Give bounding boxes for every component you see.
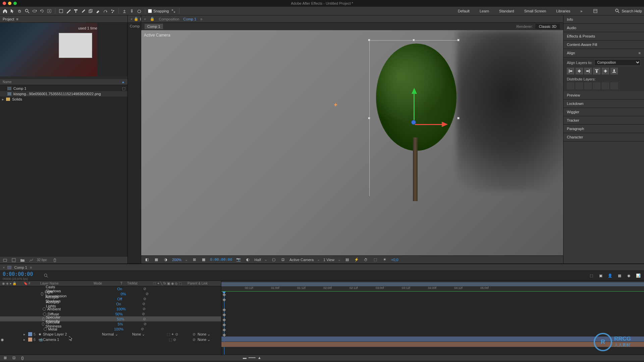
project-search-row[interactable]	[0, 76, 127, 79]
roi-icon[interactable]: ▢	[271, 257, 277, 263]
layer-parent[interactable]: None ⌄	[198, 332, 221, 337]
property-row[interactable]: Light Transmission 0% ⊘	[0, 291, 221, 296]
stopwatch-icon[interactable]	[42, 322, 44, 326]
layer-color-swatch[interactable]	[28, 338, 32, 342]
breadcrumb-chip[interactable]: Comp 1	[145, 24, 163, 29]
property-row[interactable]: Casts Shadows On ⊘	[0, 286, 221, 291]
tracker-panel-tab[interactable]: Tracker	[564, 116, 644, 125]
exposure-value[interactable]: +0,0	[391, 258, 398, 262]
twirl-icon[interactable]: ▸	[23, 332, 27, 337]
lock-icon[interactable]: 🔒	[150, 17, 155, 21]
distribute-button[interactable]	[602, 82, 609, 89]
toggle-modes-icon[interactable]: ⊡	[11, 355, 17, 361]
layer-color-swatch[interactable]	[28, 332, 32, 336]
align-hcenter-button[interactable]	[576, 68, 583, 74]
distribute-button[interactable]	[584, 82, 592, 89]
workspace-learn[interactable]: Learn	[480, 9, 489, 13]
wiggler-panel-tab[interactable]: Wiggler	[564, 108, 644, 116]
resize-handle-tr[interactable]	[457, 39, 460, 41]
reset-workspace-icon[interactable]	[592, 8, 598, 14]
lockdown-panel-tab[interactable]: Lockdown	[564, 100, 644, 108]
close-window-button[interactable]	[3, 2, 6, 5]
resize-handle-tl[interactable]	[368, 39, 370, 41]
renderer-value[interactable]: Classic 3D	[535, 24, 560, 29]
pen-tool-icon[interactable]	[65, 8, 71, 14]
home-icon[interactable]	[2, 8, 8, 14]
snap-options-icon[interactable]	[170, 8, 176, 14]
show-channel-icon[interactable]: ◐	[245, 257, 251, 263]
expression-pick-icon[interactable]: ⊘	[142, 302, 145, 306]
snapshot-icon[interactable]: 📷	[235, 257, 241, 263]
property-value[interactable]: 100%	[114, 327, 141, 331]
search-layers-icon[interactable]	[43, 273, 49, 279]
eraser-tool-icon[interactable]	[95, 8, 101, 14]
timeline-track-area[interactable]	[221, 291, 644, 355]
dropdown-icon[interactable]: ⌄	[264, 257, 267, 262]
keyframe-marker[interactable]	[223, 328, 226, 332]
property-row[interactable]: Diffuse 50% ⊘	[0, 311, 221, 316]
anchor-tool-icon[interactable]	[46, 8, 52, 14]
expression-pick-icon[interactable]: ⊘	[142, 312, 145, 316]
workspace-libraries[interactable]: Libraries	[556, 9, 570, 13]
resize-handle-mr[interactable]	[457, 117, 460, 119]
frame-blend-icon[interactable]: ▦	[616, 273, 623, 279]
distribute-button[interactable]	[567, 82, 574, 89]
shape-tool-icon[interactable]	[58, 8, 64, 14]
project-item-folder[interactable]: ▸ Solids	[0, 97, 127, 102]
mask-icon[interactable]: ◑	[163, 257, 169, 263]
expression-pick-icon[interactable]: ⊘	[146, 292, 149, 296]
toggle-switches-icon[interactable]: ⊞	[2, 355, 8, 361]
timeline-timecode[interactable]: 0:00:00:00	[3, 271, 33, 277]
exposure-reset-icon[interactable]: ☀	[382, 257, 388, 263]
gizmo-y-axis[interactable]	[414, 88, 417, 122]
minimize-window-button[interactable]	[8, 2, 11, 5]
search-help[interactable]: Search Help	[615, 9, 642, 13]
keyframe-marker[interactable]	[223, 308, 226, 312]
zoom-tool-icon[interactable]	[24, 8, 30, 14]
brush-tool-icon[interactable]	[80, 8, 86, 14]
camera-dropdown[interactable]: Active Camera	[289, 258, 314, 262]
property-row[interactable]: Metal 100% ⊘	[0, 326, 221, 331]
adjustment-icon[interactable]	[28, 257, 34, 263]
item-flowchart-icon[interactable]: ⬚	[122, 86, 125, 91]
layer-name[interactable]: Camera 1	[43, 338, 102, 342]
property-value[interactable]: On	[116, 302, 142, 306]
layer-duration-bar[interactable]	[221, 342, 644, 347]
expand-icon[interactable]: ▸	[2, 97, 4, 102]
resolution-dropdown[interactable]: Half	[254, 258, 261, 262]
property-value[interactable]: 5%	[118, 322, 144, 326]
layer-duration-bar[interactable]	[221, 337, 644, 342]
resize-handle-ml[interactable]	[368, 117, 370, 119]
layer-switches[interactable]: ⬚ ✦ ⊘	[152, 332, 193, 337]
info-panel-tab[interactable]: Info	[564, 15, 644, 24]
rotate-tool-icon[interactable]	[39, 8, 45, 14]
audio-panel-tab[interactable]: Audio	[564, 24, 644, 32]
expression-pick-icon[interactable]: ⊘	[141, 327, 144, 331]
snapping-toggle[interactable]: Snapping	[148, 9, 169, 13]
expression-pick-icon[interactable]: ⊘	[143, 307, 146, 311]
close-tab-icon[interactable]: ×	[3, 265, 5, 269]
keyframe-marker[interactable]	[223, 298, 226, 302]
roto-tool-icon[interactable]	[102, 8, 108, 14]
property-value[interactable]: 100%	[116, 307, 143, 311]
zoom-out-icon[interactable]: ▬	[243, 356, 247, 360]
clone-tool-icon[interactable]	[88, 8, 94, 14]
anchor-point-icon[interactable]: ✦	[333, 101, 338, 109]
layer-mode[interactable]: Normal ⌄	[102, 332, 125, 337]
keyframe-marker[interactable]	[223, 323, 226, 327]
effect-controls-tab[interactable]: × 🔒 Effect Controls tr	[128, 15, 141, 23]
expression-pick-icon[interactable]: ⊘	[144, 322, 147, 326]
property-value[interactable]: On	[117, 287, 143, 291]
flowchart-icon[interactable]: ⬚	[372, 257, 378, 263]
gizmo-x-axis[interactable]	[415, 122, 448, 127]
axis-local-icon[interactable]	[121, 8, 127, 14]
trash-icon[interactable]	[52, 257, 58, 263]
current-time[interactable]: 0:00:00:00	[210, 257, 232, 262]
effects-presets-panel-tab[interactable]: Effects & Presets	[564, 32, 644, 41]
workspace-overflow-icon[interactable]: »	[580, 9, 582, 13]
align-panel-tab[interactable]: Align ≡	[564, 49, 644, 57]
comp-mini-flowchart-icon[interactable]: ⬚	[588, 273, 594, 279]
layer-switches[interactable]: ⬚ ⊘	[152, 338, 193, 342]
toggle-in-out-icon[interactable]: {}	[19, 355, 25, 361]
panel-menu-icon[interactable]: ≡	[16, 17, 18, 21]
